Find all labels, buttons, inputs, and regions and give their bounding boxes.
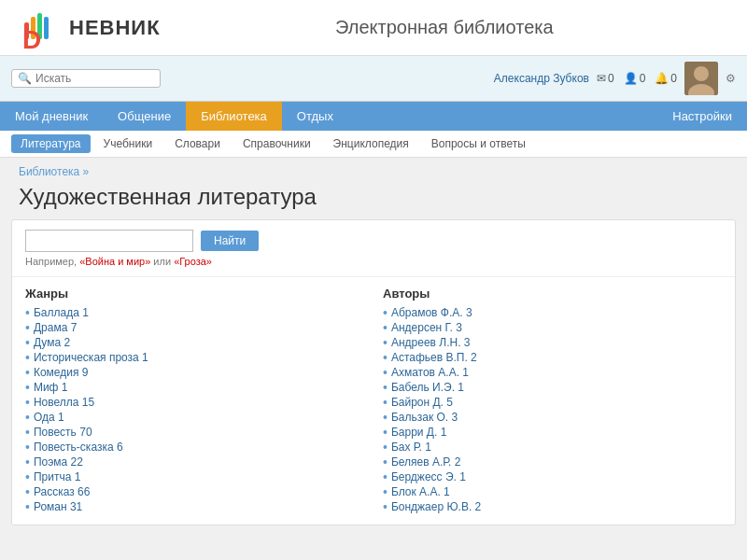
author-link[interactable]: Байрон Д. 5 (391, 396, 453, 409)
nav-right: Настройки (657, 109, 747, 123)
genre-item: Новелла 15 (25, 396, 364, 409)
friends-icon: 👤 (624, 72, 638, 85)
genre-link[interactable]: Поэма 22 (34, 455, 83, 469)
breadcrumb-link[interactable]: Библиотека » (19, 165, 89, 178)
nav-left: Мой дневник Общение Библиотека Отдых (0, 102, 348, 131)
nav-item-settings[interactable]: Настройки (657, 102, 747, 131)
genre-item: Повесть 70 (25, 426, 364, 439)
subnav-literatura[interactable]: Литература (11, 134, 91, 153)
genre-item: Историческая проза 1 (25, 351, 364, 364)
subnav-encyclopedia[interactable]: Энциклопедия (324, 134, 418, 153)
genre-link[interactable]: Комедия 9 (34, 366, 89, 379)
main-content: Найти Например, «Война и мир» или «Гроза… (11, 219, 736, 525)
genre-item: Рассказ 66 (25, 485, 364, 498)
author-item: Ахматов А.А. 1 (383, 366, 722, 379)
genre-item: Притча 1 (25, 470, 364, 483)
genres-list: Баллада 1Драма 7Дума 2Историческая проза… (25, 306, 364, 513)
author-item: Берджесс Э. 1 (383, 470, 722, 483)
author-item: Бах Р. 1 (383, 441, 722, 454)
author-link[interactable]: Бабель И.Э. 1 (391, 381, 464, 394)
genres-column: Жанры Баллада 1Драма 7Дума 2Историческая… (25, 287, 364, 515)
authors-list: Абрамов Ф.А. 3Андерсен Г. 3Андреев Л.Н. … (383, 306, 722, 513)
genre-item: Поэма 22 (25, 455, 364, 469)
hint-example2: «Гроза» (174, 256, 212, 267)
search-box[interactable]: 🔍 (11, 69, 161, 88)
notification-icon: 🔔 (655, 72, 669, 85)
genre-link[interactable]: Роман 31 (34, 500, 82, 513)
author-item: Блок А.А. 1 (383, 485, 722, 498)
nav-item-social[interactable]: Общение (103, 102, 186, 131)
genres-title: Жанры (25, 287, 364, 301)
subnav-questions[interactable]: Вопросы и ответы (422, 134, 535, 153)
author-item: Андреев Л.Н. 3 (383, 336, 722, 349)
search-input[interactable] (35, 72, 157, 85)
genre-link[interactable]: Дума 2 (34, 336, 70, 349)
genre-link[interactable]: Новелла 15 (34, 396, 94, 409)
author-item: Барри Д. 1 (383, 426, 722, 439)
author-link[interactable]: Астафьев В.П. 2 (391, 351, 477, 364)
genre-link[interactable]: Рассказ 66 (34, 485, 91, 498)
authors-title: Авторы (383, 287, 722, 301)
genre-link[interactable]: Баллада 1 (34, 306, 89, 319)
messages-stat: ✉ 0 (597, 72, 614, 85)
author-link[interactable]: Барри Д. 1 (391, 426, 446, 439)
author-link[interactable]: Блок А.А. 1 (391, 485, 450, 498)
author-item: Бонджаер Ю.В. 2 (383, 500, 722, 513)
author-link[interactable]: Абрамов Ф.А. 3 (391, 306, 472, 319)
author-item: Беляев А.Р. 2 (383, 455, 722, 469)
top-bar: 🔍 Александр Зубков ✉ 0 👤 0 🔔 0 (0, 56, 747, 102)
author-item: Абрамов Ф.А. 3 (383, 306, 722, 319)
genre-link[interactable]: Ода 1 (34, 411, 64, 424)
avatar (684, 62, 718, 95)
author-item: Байрон Д. 5 (383, 396, 722, 409)
genre-link[interactable]: Повесть 70 (34, 426, 92, 439)
genre-link[interactable]: Драма 7 (34, 321, 77, 334)
search-button[interactable]: Найти (201, 231, 259, 251)
author-item: Бабель И.Э. 1 (383, 381, 722, 394)
page-title: Художественная литература (0, 180, 747, 219)
search-area: Найти Например, «Война и мир» или «Гроза… (12, 220, 735, 277)
search-row: Найти (25, 230, 722, 252)
sub-nav: Литература Учебники Словари Справочники … (0, 131, 747, 158)
author-link[interactable]: Ахматов А.А. 1 (391, 366, 469, 379)
genre-item: Драма 7 (25, 321, 364, 334)
book-search-input[interactable] (25, 230, 193, 252)
subnav-spravochniki[interactable]: Справочники (233, 134, 320, 153)
logo-text: НЕВНИК (69, 16, 161, 40)
genre-link[interactable]: Притча 1 (34, 470, 80, 483)
nav-item-library[interactable]: Библиотека (186, 102, 282, 131)
two-columns: Жанры Баллада 1Драма 7Дума 2Историческая… (12, 277, 735, 525)
user-name: Александр Зубков (494, 72, 589, 85)
subnav-uchebniki[interactable]: Учебники (94, 134, 162, 153)
nav-item-diary[interactable]: Мой дневник (0, 102, 103, 131)
author-link[interactable]: Берджесс Э. 1 (391, 470, 466, 483)
author-link[interactable]: Беляев А.Р. 2 (391, 455, 460, 469)
author-link[interactable]: Бах Р. 1 (391, 441, 431, 454)
author-item: Бальзак О. 3 (383, 411, 722, 424)
genre-link[interactable]: Повесть-сказка 6 (34, 441, 123, 454)
nav-item-leisure[interactable]: Отдых (282, 102, 348, 131)
message-icon: ✉ (597, 72, 606, 85)
author-link[interactable]: Бальзак О. 3 (391, 411, 458, 424)
authors-column: Авторы Абрамов Ф.А. 3Андерсен Г. 3Андрее… (383, 287, 722, 515)
settings-icon[interactable]: ⚙ (726, 72, 736, 85)
hint-example1: «Война и мир» (79, 256, 150, 267)
author-link[interactable]: Андерсен Г. 3 (391, 321, 462, 334)
svg-point-6 (694, 66, 709, 81)
genre-item: Миф 1 (25, 381, 364, 394)
author-link[interactable]: Андреев Л.Н. 3 (391, 336, 471, 349)
subnav-slovari[interactable]: Словари (165, 134, 230, 153)
logo-area: D НЕВНИК (19, 6, 161, 50)
user-area: Александр Зубков ✉ 0 👤 0 🔔 0 ⚙ (494, 62, 736, 95)
header: D НЕВНИК Электронная библиотека (0, 0, 747, 56)
nav-bar: Мой дневник Общение Библиотека Отдых Нас… (0, 102, 747, 131)
genre-item: Дума 2 (25, 336, 364, 349)
genre-link[interactable]: Миф 1 (34, 381, 68, 394)
genre-item: Комедия 9 (25, 366, 364, 379)
author-link[interactable]: Бонджаер Ю.В. 2 (391, 500, 481, 513)
genre-item: Ода 1 (25, 411, 364, 424)
author-item: Астафьев В.П. 2 (383, 351, 722, 364)
search-hint: Например, «Война и мир» или «Гроза» (25, 256, 722, 267)
genre-link[interactable]: Историческая проза 1 (34, 351, 148, 364)
svg-text:D: D (22, 25, 41, 50)
